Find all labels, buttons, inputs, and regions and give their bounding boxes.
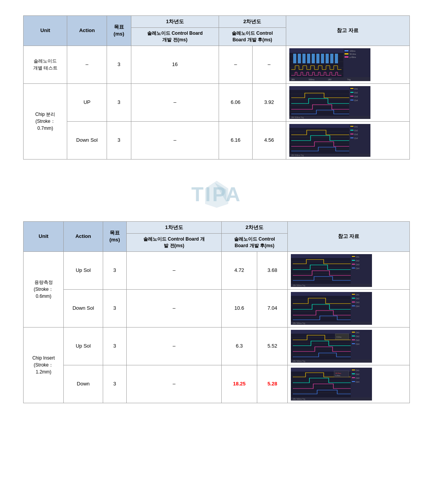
oscilloscope-image-1: 100ms 50.2ms p.40ms 2BV 500ms 2BV Trig [289,48,370,81]
unit-cell: Chip Insert(Stroke：1.2mm) [24,327,64,403]
svg-rect-39 [350,96,353,97]
target-cell: 3 [107,83,131,121]
svg-text:Ch2: Ch2 [356,373,359,375]
y1-cell: – [131,83,219,121]
svg-rect-94 [352,305,355,306]
col-action-2: Action [64,221,103,251]
y2a-cell: 6.06 [219,83,252,121]
svg-text:2BV  500ms  Trig: 2BV 500ms Trig [293,360,306,362]
svg-rect-13 [321,54,324,63]
svg-text:100ms: 100ms [350,50,356,52]
y2a-cell: 4.72 [221,251,257,289]
y2a-cell: 10.6 [221,289,257,327]
svg-text:Ch4: Ch4 [356,381,359,383]
value-highlight-red: 5.28 [267,381,277,387]
oscilloscope-image-4: Ch1 Ch2 Ch3 Ch4 2BV 500ms Trig [291,254,372,287]
y1-cell: – [127,251,221,289]
svg-rect-54 [350,130,353,131]
svg-rect-9 [302,54,306,63]
col-unit-1: Unit [24,16,67,46]
svg-text:2BV  500ms  Trig: 2BV 500ms Trig [293,398,306,400]
col-unit-2: Unit [24,221,64,251]
action-cell: Down Sol [64,289,103,327]
svg-text:Ch4: Ch4 [354,99,358,102]
table2: Unit Action 목표 (ms) 1차년도 2차년도 참고 자료 솔레노이… [23,221,410,403]
svg-rect-100 [351,330,372,363]
svg-rect-111 [352,339,355,340]
table-row: Chip Insert(Stroke：1.2mm) Up Sol 3 – 6.3… [24,327,410,365]
target-cell: 3 [107,121,131,159]
svg-text:2BV: 2BV [328,78,332,81]
ref-cell-data: 5.52ms Ch1 Ch2 Ch3 Ch4 2BV 500ms Trig [287,327,409,365]
svg-rect-8 [298,54,301,63]
svg-rect-109 [352,336,355,336]
y1-cell: 16 [131,46,219,83]
col-year2-sub-2: 솔레노이드 Control Board 개발 후(ms) [221,233,287,251]
svg-text:2BV  500ms  Trig: 2BV 500ms Trig [293,285,306,287]
table-row: Chip 분리(Stroke：0.7mm) UP 3 – 6.06 3.92 [24,83,410,121]
svg-rect-71 [352,256,355,257]
action-cell: Down [64,365,103,403]
col-year1-2: 1차년도 [127,221,221,233]
tipa-logo-text: TIPA [191,183,242,205]
svg-rect-88 [352,294,355,295]
svg-rect-11 [312,54,315,63]
svg-text:500ms: 500ms [309,78,315,81]
y2b-cell: – [252,46,286,83]
svg-text:Ch3: Ch3 [354,133,358,136]
target-cell: 3 [103,289,127,327]
unit-cell: Chip 분리(Stroke：0.7mm) [24,83,67,159]
svg-rect-92 [352,302,355,302]
svg-text:18.25ms: 18.25ms [335,372,341,374]
y2b-cell: 3.68 [257,251,288,289]
svg-rect-17 [345,50,348,51]
svg-rect-35 [350,88,353,89]
svg-text:2BV  500ms  Trig: 2BV 500ms Trig [291,117,304,119]
svg-rect-75 [352,264,355,265]
table2-wrapper: Unit Action 목표 (ms) 1차년도 2차년도 참고 자료 솔레노이… [23,221,410,403]
y2b-cell: 5.52 [257,327,288,365]
y2a-cell: – [219,46,252,83]
y1-cell: – [131,121,219,159]
svg-rect-41 [350,100,353,100]
svg-text:5.28ms: 5.28ms [335,375,340,377]
svg-text:Ch3: Ch3 [354,95,358,98]
svg-text:Ch1: Ch1 [354,88,358,90]
table-row: Down Sol 3 – 10.6 7.04 [24,289,410,327]
svg-rect-10 [307,54,310,63]
ref-cell-data: 18.25ms 5.28ms Ch1 Ch2 Ch3 Ch4 2BV 500ms [287,365,409,403]
svg-text:Ch1: Ch1 [356,331,359,334]
table-row: 솔레노이드개별 테스트 – 3 16 – – [24,46,410,83]
target-cell: 3 [107,46,131,83]
svg-text:Ch2: Ch2 [356,297,359,300]
svg-rect-30 [349,86,370,119]
oscilloscope-image-2: Ch1 Ch2 Ch3 Ch4 2BV 500ms Trig [289,86,370,119]
svg-text:Ch1: Ch1 [356,294,359,296]
y1-cell: – [127,365,221,403]
y2a-cell: 6.3 [221,327,257,365]
svg-rect-15 [330,54,333,63]
svg-rect-66 [351,254,372,287]
table1: Unit Action 목표 (ms) 1차년도 2차년도 참고 자료 솔레노이… [23,15,410,160]
oscilloscope-image-6: 5.52ms Ch1 Ch2 Ch3 Ch4 2BV 500ms Trig [291,330,372,363]
svg-rect-133 [352,381,355,382]
y2b-cell: 4.56 [252,121,286,159]
action-cell: Up Sol [64,251,103,289]
svg-text:Ch2: Ch2 [354,92,358,94]
svg-rect-56 [350,134,353,134]
action-cell: UP [67,83,107,121]
y2b-cell: 3.92 [252,83,286,121]
svg-text:Ch3: Ch3 [356,301,359,304]
svg-text:Ch1: Ch1 [356,256,359,258]
y2b-cell: 7.04 [257,289,288,327]
y2a-cell: 18.25 [221,365,257,403]
col-action-1: Action [67,16,107,46]
col-target-2: 목표 (ms) [103,221,127,251]
ref-cell-data: Ch1 Ch2 Ch3 Ch4 2BV 500ms Trig [286,83,409,121]
svg-text:Ch4: Ch4 [356,305,359,307]
table-row: 용량측정(Stroke：0.6mm) Up Sol 3 – 4.72 3.68 [24,251,410,289]
target-cell: 3 [103,365,127,403]
y2a-cell: 6.16 [219,121,252,159]
y2b-cell: 5.28 [257,365,288,403]
svg-rect-90 [352,298,355,299]
